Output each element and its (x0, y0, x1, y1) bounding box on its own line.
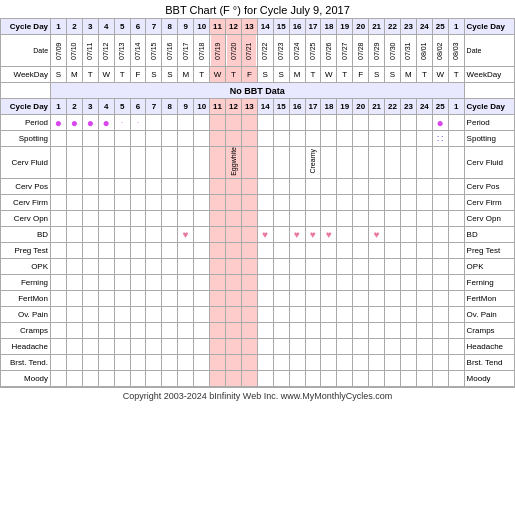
weekday-label-right: WeekDay (464, 67, 514, 83)
wd-3: T (82, 67, 98, 83)
cd-14: 14 (257, 19, 273, 35)
main-title: BBT Chart (F °) for Cycle July 9, 2017 (0, 0, 515, 18)
cerv-firm-label: Cerv Firm (1, 194, 51, 210)
period-23 (400, 115, 416, 131)
cd-7: 7 (146, 19, 162, 35)
period-label: Period (1, 115, 51, 131)
bd-label-right: BD (464, 226, 514, 242)
date-3: 07/11 (82, 35, 98, 67)
wd-23: M (400, 67, 416, 83)
spotting-label-right: Spotting (464, 131, 514, 147)
date-label-right: Date (464, 35, 514, 67)
ov-pain-label: Ov. Pain (1, 306, 51, 322)
cerv-pos-label-right: Cerv Pos (464, 178, 514, 194)
bd-heart-17: ♥ (310, 229, 316, 240)
spotting-dot-25: ∷ (437, 133, 443, 144)
bd-heart-14: ♥ (262, 229, 268, 240)
wd-1: S (51, 67, 67, 83)
date-20: 07/28 (353, 35, 369, 67)
no-bbt-label: No BBT Data (51, 83, 465, 99)
period-label-right: Period (464, 115, 514, 131)
wd-5: T (114, 67, 130, 83)
cerv-fluid-row: Cerv Fluid Eggwhite Creamy Cerv Fluid (1, 147, 515, 179)
date-12: 07/20 (226, 35, 242, 67)
date-19: 07/27 (337, 35, 353, 67)
cerv-fluid-label: Cerv Fluid (1, 147, 51, 179)
wd-12: T (226, 67, 242, 83)
period-5: · (114, 115, 130, 131)
period-21 (369, 115, 385, 131)
period-9 (178, 115, 194, 131)
wd-24: T (416, 67, 432, 83)
cd-5: 5 (114, 19, 130, 35)
wd-25: W (432, 67, 448, 83)
bd-heart-18: ♥ (326, 229, 332, 240)
cerv-firm-row: Cerv Firm Cerv Firm (1, 194, 515, 210)
wd-19: T (337, 67, 353, 83)
cd-23: 23 (400, 19, 416, 35)
period-dot-5: · (121, 118, 123, 127)
period-4: ● (98, 115, 114, 131)
period-dot-6: · (137, 118, 139, 127)
cerv-pos-row: Cerv Pos Cerv Pos (1, 178, 515, 194)
cd-20: 20 (353, 19, 369, 35)
ferning-row: Ferning Ferning (1, 274, 515, 290)
cramps-label-right: Cramps (464, 322, 514, 338)
cerv-pos-label: Cerv Pos (1, 178, 51, 194)
cd-18: 18 (321, 19, 337, 35)
period-18 (321, 115, 337, 131)
wd-22: S (385, 67, 401, 83)
period-10 (194, 115, 210, 131)
ferning-label: Ferning (1, 274, 51, 290)
date-11: 07/19 (210, 35, 226, 67)
date-24: 08/01 (416, 35, 432, 67)
eggwhite-text: Eggwhite (230, 147, 237, 176)
date-2: 07/10 (66, 35, 82, 67)
period-15 (273, 115, 289, 131)
cd-1: 1 (51, 19, 67, 35)
cd-13: 13 (241, 19, 257, 35)
period-11 (210, 115, 226, 131)
cycle-day-label-2: Cycle Day (1, 99, 51, 115)
period-1: ● (51, 115, 67, 131)
ov-pain-row: Ov. Pain Ov. Pain (1, 306, 515, 322)
cd-16: 16 (289, 19, 305, 35)
date-5: 07/13 (114, 35, 130, 67)
fertmon-row: FertMon FertMon (1, 290, 515, 306)
period-12 (226, 115, 242, 131)
cycle-day-label-right: Cycle Day (464, 19, 514, 35)
opk-row: OPK OPK (1, 258, 515, 274)
period-next1 (448, 115, 464, 131)
date-4: 07/12 (98, 35, 114, 67)
preg-test-row: Preg Test Preg Test (1, 242, 515, 258)
wd-16: M (289, 67, 305, 83)
date-18: 07/26 (321, 35, 337, 67)
date-label: Date (1, 35, 51, 67)
period-25: ● (432, 115, 448, 131)
date-10: 07/18 (194, 35, 210, 67)
bd-heart-9: ♥ (183, 229, 189, 240)
cd-10: 10 (194, 19, 210, 35)
cerv-firm-label-right: Cerv Firm (464, 194, 514, 210)
wd-2: M (66, 67, 82, 83)
cd-9: 9 (178, 19, 194, 35)
period-dot-4: ● (103, 116, 110, 130)
headache-label: Headache (1, 338, 51, 354)
bd-heart-21: ♥ (374, 229, 380, 240)
date-22: 07/30 (385, 35, 401, 67)
period-row: Period ● ● ● ● · · ● Period (1, 115, 515, 131)
date-8: 07/16 (162, 35, 178, 67)
weekday-label: WeekDay (1, 67, 51, 83)
cerv-opn-row: Cerv Opn Cerv Opn (1, 210, 515, 226)
preg-test-label: Preg Test (1, 242, 51, 258)
bd-row: BD ♥ ♥ ♥ ♥ ♥ ♥ BD (1, 226, 515, 242)
bd-heart-16: ♥ (294, 229, 300, 240)
cd-next1: 1 (448, 19, 464, 35)
wd-7: S (146, 67, 162, 83)
wd-21: S (369, 67, 385, 83)
period-22 (385, 115, 401, 131)
date-6: 07/14 (130, 35, 146, 67)
period-17 (305, 115, 321, 131)
cd-19: 19 (337, 19, 353, 35)
headache-row: Headache Headache (1, 338, 515, 354)
